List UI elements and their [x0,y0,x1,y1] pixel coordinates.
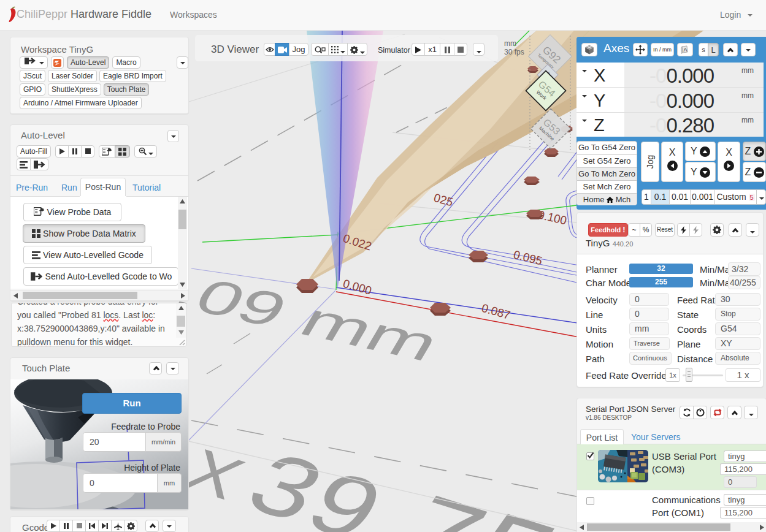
svg-text:A: A [683,47,687,53]
